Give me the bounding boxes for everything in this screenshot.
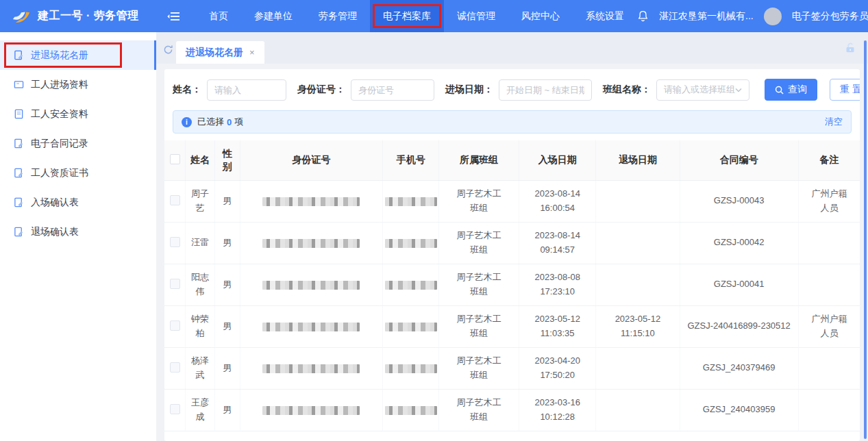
cell-remark: 广州户籍人员 [798,180,860,222]
table-row: 阳志伟 男 周子艺木工班组 2023-08-0817:23:10 GZSJ-00… [164,264,860,305]
nav-item-system-settings[interactable]: 系统设置 [573,0,637,32]
name-filter-input[interactable] [207,79,286,101]
id-card-icon [14,79,24,90]
tab-strip: 进退场花名册 × [156,32,868,64]
row-checkbox-cell [164,180,186,222]
row-checkbox[interactable] [170,404,180,414]
id-filter-label: 身份证号： [297,84,345,96]
nav-item-integrity[interactable]: 诚信管理 [444,0,508,32]
nav-item-e-archive[interactable]: 电子档案库 [370,0,444,32]
team-select[interactable]: 请输入或选择班组 [656,79,749,101]
document-edit-icon [14,227,24,237]
main-content: 进退场花名册 × 姓名： 身份证号： 进场日期： 班组名称： [156,32,868,441]
header-team: 所属班组 [438,140,519,180]
document-edit-icon [14,197,24,207]
cell-name: 周子艺 [186,180,215,222]
sidebar-item-e-contract-records[interactable]: 电子合同记录 [0,129,156,158]
cell-team: 周子艺木工班组 [438,180,519,222]
topbar-nav: 首页 参建单位 劳务管理 电子档案库 诚信管理 风控中心 系统设置 [196,0,637,32]
cell-gender: 男 [214,222,240,264]
cell-exit-date [596,222,680,264]
bell-icon[interactable] [637,10,649,23]
redacted-id-mosaic [262,281,360,290]
cell-contract-no: GZSJ-240416899-230512 [680,305,798,347]
cell-gender: 男 [214,347,240,389]
row-checkbox-cell [164,264,186,305]
sidebar-item-safety-materials[interactable]: 工人安全资料 [0,99,156,129]
cell-phone [383,305,439,347]
content-card: 姓名： 身份证号： 进场日期： 班组名称： 请输入或选择班组 查 [164,69,860,441]
nav-item-labor-management[interactable]: 劳务管理 [306,0,370,32]
cell-phone [383,180,439,222]
cell-team: 周子艺木工班组 [438,264,519,305]
refresh-icon[interactable] [163,45,173,58]
table-header-row: 姓名 性别 身份证号 手机号 所属班组 入场日期 退场日期 合同编号 备注 [164,140,860,180]
info-icon: i [182,117,192,127]
username[interactable]: 电子签分包劳务员 [792,10,868,23]
selection-count: 0 [227,117,232,127]
redacted-id-mosaic [262,197,360,206]
nav-item-risk-center[interactable]: 风控中心 [508,0,573,32]
cell-entry-date: 2023-03-1610:12:28 [519,389,596,431]
tab-roster[interactable]: 进退场花名册 × [176,41,264,64]
tab-close-icon[interactable]: × [249,47,255,58]
cell-remark: 广州户籍人员 [798,305,860,347]
sidebar-item-entry-materials[interactable]: 工人进场资料 [0,70,156,99]
select-all-checkbox[interactable] [170,154,180,164]
lock-icon[interactable] [843,41,857,58]
roster-table: 姓名 性别 身份证号 手机号 所属班组 入场日期 退场日期 合同编号 备注 周子… [164,140,860,431]
cell-entry-date: 2023-04-2017:50:20 [519,347,596,389]
topbar-right: 湛江农垦第一机械有... 电子签分包劳务员 [637,8,868,25]
row-checkbox[interactable] [170,195,180,205]
cell-remark [798,389,860,431]
cell-id-number [240,389,383,431]
cell-name: 汪雷 [186,222,215,264]
clear-selection-link[interactable]: 清空 [825,116,843,128]
table-body: 周子艺 男 周子艺木工班组 2023-08-1416:00:54 GZSJ-00… [164,180,860,431]
id-filter-input[interactable] [351,79,434,101]
cell-name: 阳志伟 [186,264,215,305]
cell-exit-date [596,180,680,222]
header-name: 姓名 [186,140,215,180]
sidebar-item-roster[interactable]: 进退场花名册 [0,40,156,70]
name-filter-label: 姓名： [173,84,201,96]
cell-team: 周子艺木工班组 [438,222,519,264]
nav-item-participating-units[interactable]: 参建单位 [241,0,306,32]
sidebar-item-entry-confirmation[interactable]: 入场确认表 [0,188,156,217]
cell-entry-date: 2023-05-1211:03:35 [519,305,596,347]
sidebar-item-exit-confirmation[interactable]: 退场确认表 [0,217,156,247]
row-checkbox[interactable] [170,237,180,247]
date-filter-label: 进场日期： [445,84,493,96]
table-row: 汪雷 男 周子艺木工班组 2023-08-1409:14:57 GZSJ-000… [164,222,860,264]
cell-entry-date: 2023-08-0817:23:10 [519,264,596,305]
cell-gender: 男 [214,180,240,222]
filter-bar: 姓名： 身份证号： 进场日期： 班组名称： 请输入或选择班组 查 [164,69,860,110]
nav-item-home[interactable]: 首页 [196,0,241,32]
cell-phone [383,347,439,389]
cell-phone [383,222,439,264]
reset-button[interactable]: 重 置 [830,79,860,101]
header-id-number: 身份证号 [240,140,383,180]
brand: 建工一号 · 劳务管理 [0,8,152,25]
row-checkbox[interactable] [170,279,180,289]
redacted-id-mosaic [262,406,360,415]
document-icon [14,109,24,119]
redacted-phone-mosaic [385,323,437,331]
collapse-menu-icon[interactable] [167,12,179,21]
search-button[interactable]: 查询 [765,79,817,101]
cell-entry-date: 2023-08-1409:14:57 [519,222,596,264]
sidebar-item-qualification-certs[interactable]: 工人资质证书 [0,158,156,188]
cell-remark [798,222,860,264]
cell-exit-date [596,389,680,431]
cell-remark [798,264,860,305]
avatar[interactable] [764,8,782,25]
row-checkbox[interactable] [170,362,180,373]
date-range-input[interactable] [499,79,592,101]
company-name[interactable]: 湛江农垦第一机械有... [659,10,754,23]
cell-contract-no: GZSJ-00042 [680,222,798,264]
cell-name: 钟荣柏 [186,305,215,347]
row-checkbox[interactable] [170,320,180,331]
vertical-scrollbar[interactable] [864,40,867,439]
document-edit-icon [14,168,24,178]
redacted-id-mosaic [262,239,360,248]
